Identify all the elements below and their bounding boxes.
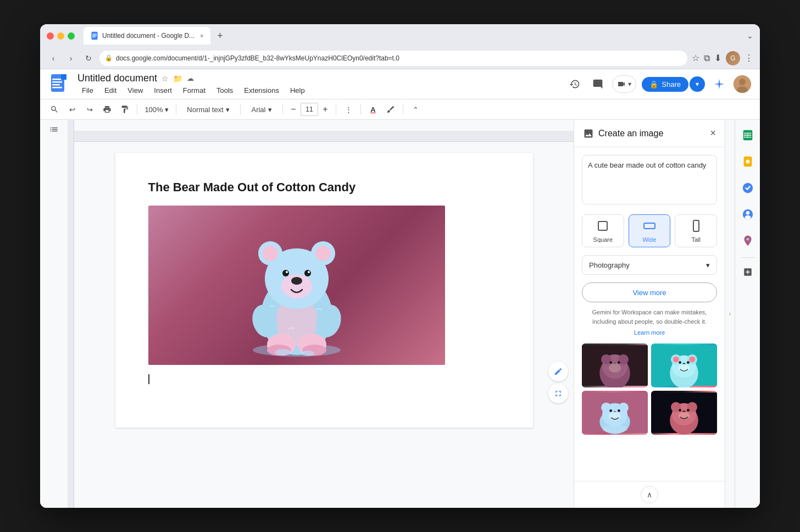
- active-tab[interactable]: Untitled document - Google D... ×: [84, 27, 210, 45]
- share-expand-button[interactable]: ▾: [690, 76, 705, 92]
- tab-area: Untitled document - Google D... × +: [84, 27, 742, 45]
- wide-label: Wide: [642, 236, 656, 243]
- app-header: Untitled document ☆ 📁 ☁ File Edit View I…: [40, 69, 760, 99]
- brush-icon: [386, 105, 395, 114]
- back-button[interactable]: ‹: [47, 52, 60, 65]
- new-tab-button[interactable]: +: [213, 28, 228, 43]
- document-area[interactable]: The Bear Made Out of Cotton Candy: [74, 120, 574, 508]
- menu-icon[interactable]: ⋮: [745, 53, 753, 63]
- svg-point-54: [673, 356, 679, 362]
- more-options-button[interactable]: ⋮: [341, 102, 356, 117]
- meet-button[interactable]: ▾: [612, 75, 636, 93]
- document-heading: The Bear Made Out of Cotton Candy: [148, 180, 500, 195]
- expand-button[interactable]: ⌄: [747, 31, 753, 40]
- image-grid: [582, 343, 717, 435]
- generated-image-4[interactable]: [651, 391, 717, 435]
- google-keep-icon: [742, 156, 754, 168]
- title-bar: Untitled document - Google D... × + ⌄: [40, 24, 760, 47]
- extensions-icon[interactable]: ⧉: [704, 53, 710, 63]
- menu-tools[interactable]: Tools: [212, 85, 237, 96]
- sheets-icon[interactable]: [738, 125, 758, 145]
- forward-button[interactable]: ›: [64, 52, 77, 65]
- generated-image-2[interactable]: [651, 343, 717, 387]
- drive-folder-icon[interactable]: 📁: [173, 74, 182, 83]
- share-lock-icon: 🔒: [649, 80, 658, 88]
- download-icon[interactable]: ⬇: [714, 53, 721, 63]
- minimize-button[interactable]: [57, 32, 64, 40]
- svg-point-68: [602, 425, 627, 433]
- add-icon: [743, 267, 753, 277]
- svg-point-30: [282, 270, 289, 276]
- tasks-icon[interactable]: [738, 178, 758, 198]
- add-button[interactable]: [740, 264, 755, 280]
- panel-header: Create an image ×: [574, 120, 725, 147]
- text-style-button[interactable]: Normal text ▾: [181, 102, 236, 117]
- svg-point-45: [609, 363, 621, 373]
- bookmark-icon[interactable]: ☆: [692, 53, 699, 63]
- image-2-svg: [651, 343, 717, 387]
- comments-button[interactable]: [589, 75, 607, 93]
- share-button[interactable]: 🔒 Share: [642, 77, 688, 92]
- menu-format[interactable]: Format: [179, 85, 210, 96]
- panel-close-button[interactable]: ×: [710, 128, 716, 139]
- star-icon[interactable]: ☆: [162, 74, 169, 83]
- scroll-up-button[interactable]: ∧: [641, 486, 658, 503]
- zoom-icon-button[interactable]: [47, 102, 62, 117]
- font-button[interactable]: Arial ▾: [245, 102, 278, 117]
- collapse-toolbar-button[interactable]: ⌃: [408, 102, 423, 117]
- generated-image-3[interactable]: [582, 391, 648, 435]
- menu-help[interactable]: Help: [286, 85, 309, 96]
- menu-edit[interactable]: Edit: [100, 85, 121, 96]
- outline-toggle[interactable]: [49, 125, 59, 137]
- svg-point-76: [679, 409, 681, 412]
- menu-extensions[interactable]: Extensions: [240, 85, 284, 96]
- shape-wide-button[interactable]: Wide: [629, 214, 671, 247]
- square-shape-icon: [596, 219, 609, 234]
- text-color-icon: A: [370, 106, 375, 114]
- svg-point-31: [286, 271, 288, 273]
- undo-button[interactable]: ↩: [64, 102, 80, 117]
- url-bar[interactable]: 🔒 docs.google.com/document/d/1-_injnjGPy…: [99, 51, 687, 66]
- refresh-button[interactable]: ↻: [82, 52, 95, 65]
- text-color-button[interactable]: A: [365, 102, 381, 117]
- view-more-button[interactable]: View more: [582, 282, 717, 302]
- print-button[interactable]: [99, 102, 115, 117]
- menu-view[interactable]: View: [123, 85, 147, 96]
- profile-avatar[interactable]: G: [726, 51, 740, 65]
- main-content: The Bear Made Out of Cotton Candy: [40, 120, 760, 508]
- maps-icon[interactable]: [738, 231, 758, 251]
- shape-square-button[interactable]: Square: [582, 214, 624, 247]
- bear-image-container[interactable]: [148, 206, 445, 365]
- document-title[interactable]: Untitled document: [77, 73, 157, 84]
- user-avatar[interactable]: [734, 75, 751, 93]
- history-button[interactable]: [566, 75, 584, 93]
- maximize-button[interactable]: [68, 32, 75, 40]
- edit-float-button[interactable]: [548, 362, 568, 381]
- brush-button[interactable]: [383, 102, 398, 117]
- svg-rect-5: [52, 79, 62, 80]
- generated-image-1[interactable]: [582, 343, 648, 387]
- contacts-icon[interactable]: [738, 204, 758, 224]
- prompt-input[interactable]: A cute bear made out of cotton candy: [582, 155, 717, 204]
- decrease-font-button[interactable]: −: [287, 103, 299, 115]
- format-paint-button[interactable]: [117, 102, 132, 117]
- close-button[interactable]: [47, 32, 54, 40]
- docs-tab-icon: [90, 31, 99, 40]
- zoom-icon: [50, 105, 59, 114]
- font-size-display[interactable]: 11: [301, 103, 318, 116]
- panel-expand-button[interactable]: ›: [725, 120, 735, 508]
- tall-label: Tall: [691, 236, 701, 243]
- zoom-value-button[interactable]: 100% ▾: [142, 102, 171, 117]
- redo-button[interactable]: ↪: [82, 102, 97, 117]
- shape-tall-button[interactable]: Tall: [675, 214, 717, 247]
- increase-font-button[interactable]: +: [319, 103, 331, 115]
- menu-insert[interactable]: Insert: [149, 85, 176, 96]
- lock-icon: 🔒: [105, 54, 113, 62]
- tab-close-button[interactable]: ×: [200, 32, 203, 39]
- keep-icon[interactable]: [738, 152, 758, 171]
- gemini-button[interactable]: [710, 75, 728, 93]
- learn-more-link[interactable]: Learn more: [582, 329, 717, 336]
- expand-float-button[interactable]: [548, 384, 568, 403]
- style-dropdown[interactable]: Photography ▾: [582, 255, 717, 275]
- menu-file[interactable]: File: [77, 85, 98, 96]
